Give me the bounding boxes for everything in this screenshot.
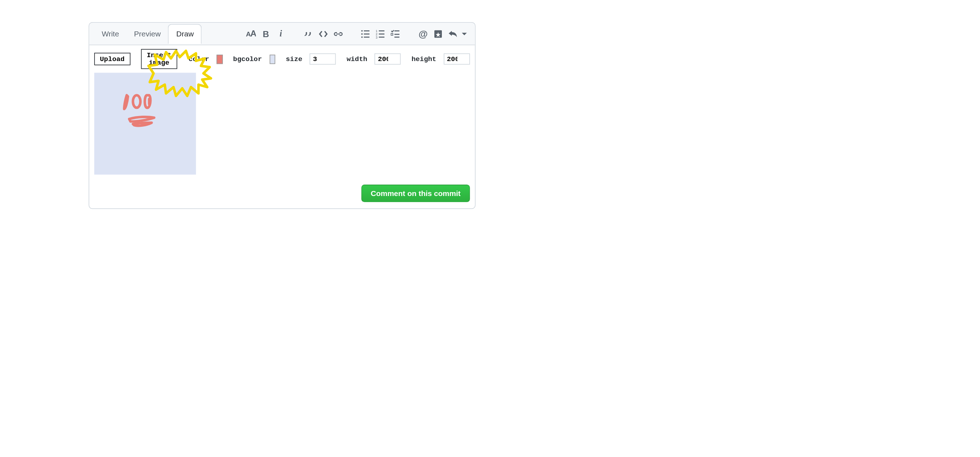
heading-icon[interactable]: AA — [244, 27, 258, 41]
svg-rect-11 — [379, 33, 385, 34]
svg-rect-7 — [364, 37, 369, 37]
task-list-icon[interactable] — [389, 27, 402, 41]
editor-tabbar: Write Preview Draw AA B i — [89, 23, 475, 45]
reply-icon[interactable] — [446, 27, 460, 41]
tab-preview[interactable]: Preview — [127, 24, 168, 43]
insert-image-button[interactable]: Insert image — [141, 49, 177, 69]
quote-icon[interactable] — [301, 27, 315, 41]
width-input[interactable] — [375, 54, 401, 65]
submit-row: Comment on this commit — [89, 180, 475, 209]
color-swatch[interactable] — [217, 54, 223, 64]
svg-point-20 — [133, 95, 140, 108]
tab-draw[interactable]: Draw — [168, 24, 202, 44]
saved-reply-icon[interactable] — [431, 27, 445, 41]
comment-editor: Write Preview Draw AA B i — [89, 22, 476, 209]
bold-icon[interactable]: B — [259, 27, 273, 41]
svg-point-2 — [361, 30, 363, 31]
svg-point-6 — [361, 36, 363, 37]
width-label: width — [347, 55, 368, 63]
svg-text:A: A — [250, 29, 256, 38]
svg-rect-15 — [391, 33, 393, 35]
drawing-canvas[interactable] — [94, 73, 196, 174]
drawing-content — [119, 91, 169, 141]
svg-rect-14 — [395, 30, 399, 31]
height-input[interactable] — [444, 54, 470, 65]
bgcolor-label: bgcolor — [233, 55, 262, 63]
unordered-list-icon[interactable] — [359, 27, 373, 41]
svg-rect-9 — [379, 30, 385, 31]
svg-rect-5 — [364, 33, 369, 34]
svg-text:3: 3 — [376, 35, 378, 39]
caret-down-icon[interactable] — [461, 27, 468, 41]
svg-rect-17 — [395, 37, 399, 37]
mention-icon[interactable]: @ — [416, 27, 430, 41]
comment-submit-button[interactable]: Comment on this commit — [361, 185, 470, 202]
size-input[interactable] — [310, 54, 336, 65]
height-label: height — [412, 55, 436, 63]
svg-rect-3 — [364, 30, 369, 31]
svg-point-4 — [361, 33, 363, 34]
svg-rect-16 — [395, 34, 399, 35]
upload-button[interactable]: Upload — [94, 53, 130, 66]
color-label: color — [189, 55, 209, 63]
size-label: size — [286, 55, 302, 63]
italic-icon[interactable]: i — [274, 27, 288, 41]
markdown-toolbar: AA B i — [244, 27, 470, 41]
ordered-list-icon[interactable]: 123 — [374, 27, 388, 41]
bgcolor-swatch[interactable] — [269, 54, 275, 64]
canvas-area — [89, 73, 475, 180]
draw-toolbar: Upload Insert image color bgcolor size w… — [89, 45, 475, 73]
link-icon[interactable] — [331, 27, 345, 41]
code-icon[interactable] — [316, 27, 330, 41]
svg-rect-13 — [379, 37, 385, 37]
tab-write[interactable]: Write — [94, 24, 127, 43]
